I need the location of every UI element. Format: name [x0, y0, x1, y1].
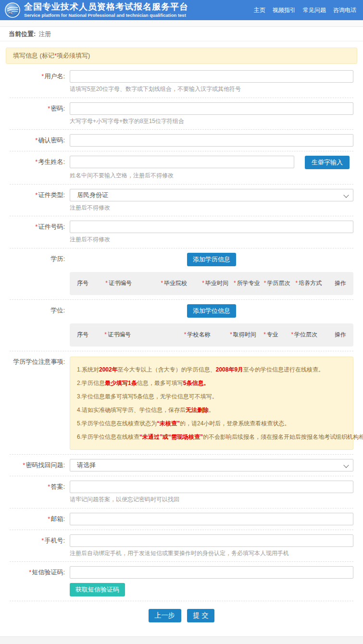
- required-asterisk: *: [184, 331, 187, 338]
- password-question-select[interactable]: 请选择: [70, 459, 353, 471]
- confirm-password-input[interactable]: [70, 134, 353, 147]
- username-input[interactable]: [70, 70, 353, 83]
- required-asterisk: *: [35, 191, 38, 198]
- table-column-header: *证书编号: [104, 331, 184, 339]
- email-input[interactable]: [70, 513, 353, 525]
- table-column-header: *学校名称: [184, 331, 230, 339]
- table-column-header: *学历层次: [264, 279, 296, 287]
- note-line: 6.学历学位信息在线核查“未通过”或“需现场核查”的不会影响后续报名，须在报名开…: [77, 430, 346, 444]
- password-input[interactable]: [70, 102, 353, 115]
- required-asterisk: *: [105, 280, 108, 286]
- required-asterisk: *: [23, 461, 25, 469]
- education-table-header: 序号*证书编号*毕业院校*毕业时间*所学专业*学历层次*培养方式操作: [70, 272, 353, 295]
- required-asterisk: *: [202, 280, 204, 286]
- app-header: PTA 全国专业技术人员资格考试报名服务平台 Service platform …: [0, 0, 363, 20]
- note-line: 1.系统对2002年至今大专以上（含大专）的学历信息、2008年9月至今的学位信…: [77, 363, 346, 376]
- field-row-candidate-name: *考生姓名: 生僻字输入 姓名中间不要输入空格，注册后不得修改: [10, 151, 353, 185]
- field-row-answer: *答案: 请牢记问题答案，以便忘记密码时可以找回: [10, 476, 353, 508]
- table-column-header: *证书编号: [105, 279, 161, 287]
- phone-hint: 注册后自动绑定手机，用于发送短信或重要操作时的身份认定，务必填写本人现用手机: [70, 550, 353, 557]
- field-row-sms-code: *短信验证码: 获取短信验证码: [10, 562, 353, 601]
- get-sms-code-button[interactable]: 获取短信验证码: [70, 583, 125, 596]
- id-type-select[interactable]: 居民身份证: [70, 189, 353, 201]
- rare-character-input-button[interactable]: 生僻字输入: [305, 156, 350, 169]
- submit-button[interactable]: 提 交: [187, 609, 215, 622]
- field-row-notes: 学历学位注意事项: 1.系统对2002年至今大专以上（含大专）的学历信息、200…: [10, 351, 353, 455]
- candidate-name-hint: 姓名中间不要输入空格，注册后不得修改: [70, 172, 353, 180]
- candidate-name-input[interactable]: [70, 156, 294, 168]
- required-asterisk: *: [104, 331, 107, 338]
- password-hint: 大写字母+小写字母+数字的8至15位字符组合: [70, 118, 353, 125]
- required-asterisk: *: [264, 280, 266, 286]
- password-label: *密码:: [10, 102, 70, 115]
- sms-code-label: *短信验证码:: [10, 566, 70, 579]
- phone-input[interactable]: [70, 534, 353, 547]
- username-hint: 请填写5至20位字母、数字或下划线组合，不要输入汉字或其他符号: [70, 86, 353, 93]
- note-line: 3.学位信息最多可填写5条信息，无学位信息可不填写。: [77, 390, 346, 403]
- add-education-button[interactable]: 添加学历信息: [187, 253, 236, 266]
- field-row-email: *邮箱:: [10, 508, 353, 530]
- id-type-hint: 注册后不得修改: [70, 204, 353, 212]
- nav-link[interactable]: 常见问题: [303, 6, 326, 14]
- required-asterisk: *: [161, 280, 163, 286]
- note-line: 4.请如实准确填写学历、学位信息，保存后无法删除。: [77, 403, 346, 417]
- answer-hint: 请牢记问题答案，以便忘记密码时可以找回: [70, 496, 353, 504]
- table-column-header: *所学专业: [234, 279, 264, 287]
- site-title: 全国专业技术人员资格考试报名服务平台: [24, 2, 188, 12]
- id-number-label: *证件号码:: [10, 221, 70, 233]
- password-question-label: *密码找回问题:: [10, 459, 70, 471]
- required-asterisk: *: [291, 331, 293, 338]
- table-column-header: *毕业院校: [161, 279, 202, 287]
- site-subtitle: Service platform for National Profession…: [24, 13, 188, 18]
- id-number-hint: 注册后不得修改: [70, 236, 353, 244]
- top-navigation: 主页视频指引常见问题咨询电话: [254, 6, 356, 14]
- field-row-username: *用户名: 请填写5至20位字母、数字或下划线组合，不要输入汉字或其他符号: [10, 66, 353, 98]
- required-asterisk: *: [29, 569, 31, 576]
- notes-label: 学历学位注意事项:: [10, 356, 70, 368]
- answer-input[interactable]: [70, 481, 353, 493]
- field-row-education: 学历: 添加学历信息 序号*证书编号*毕业院校*毕业时间*所学专业*学历层次*培…: [10, 248, 353, 300]
- field-row-degree: 学位: 添加学位信息 序号*证书编号*学校名称*取得时间*专业*学位层次操作: [10, 300, 353, 351]
- required-asterisk: *: [263, 331, 266, 338]
- username-label: *用户名:: [10, 70, 70, 83]
- id-type-select-wrap: 居民身份证: [70, 189, 353, 201]
- note-line: 2.学历信息最少填写1条信息，最多可填写5条信息。: [77, 376, 346, 390]
- site-titles: 全国专业技术人员资格考试报名服务平台 Service platform for …: [24, 2, 188, 18]
- password-question-select-wrap: 请选择: [70, 459, 353, 471]
- note-line: 5.学历学位信息在线核查状态为“未核查”的，请24小时后，登录系统查看核查状态。: [77, 417, 346, 430]
- breadcrumb-current: 注册: [38, 30, 51, 38]
- phone-label: *手机号:: [10, 534, 70, 547]
- header-gap: [0, 20, 363, 26]
- form-actions: 上一步 提 交: [10, 601, 353, 631]
- notice-text: 项必须填写): [57, 52, 90, 59]
- table-column-header: 序号: [77, 331, 104, 339]
- degree-table-header: 序号*证书编号*学校名称*取得时间*专业*学位层次操作: [70, 323, 353, 347]
- table-column-header: 序号: [77, 279, 105, 287]
- sms-code-input[interactable]: [70, 566, 353, 579]
- field-row-id-number: *证件号码: 注册后不得修改: [10, 216, 353, 248]
- required-asterisk: *: [41, 537, 44, 544]
- table-column-header: *学位层次: [291, 331, 331, 339]
- breadcrumb: 当前位置: 注册: [0, 26, 363, 41]
- nav-link[interactable]: 主页: [254, 6, 265, 14]
- id-type-label: *证件类型:: [10, 189, 70, 201]
- svg-text:PTA: PTA: [9, 12, 13, 14]
- previous-step-button[interactable]: 上一步: [149, 609, 181, 622]
- nav-link[interactable]: 咨询电话: [333, 6, 356, 14]
- confirm-password-label: *确认密码:: [10, 134, 70, 147]
- nav-link[interactable]: 视频指引: [273, 6, 296, 14]
- required-asterisk: *: [35, 158, 38, 165]
- answer-label: *答案:: [10, 481, 70, 493]
- registration-page: PTA 全国专业技术人员资格考试报名服务平台 Service platform …: [0, 0, 363, 644]
- education-degree-notes: 1.系统对2002年至今大专以上（含大专）的学历信息、2008年9月至今的学位信…: [70, 357, 353, 450]
- platform-logo-icon: PTA: [5, 2, 20, 18]
- id-number-input[interactable]: [70, 221, 353, 233]
- required-asterisk: *: [35, 223, 38, 230]
- required-asterisk: *: [230, 331, 232, 338]
- fill-info-notice: 填写信息 (标记*项必须填写): [6, 48, 357, 64]
- required-asterisk: *: [296, 280, 298, 286]
- table-column-header: *培养方式: [296, 279, 330, 287]
- education-label: 学历:: [10, 253, 70, 265]
- candidate-name-label: *考生姓名:: [10, 156, 70, 168]
- add-degree-button[interactable]: 添加学位信息: [187, 304, 236, 318]
